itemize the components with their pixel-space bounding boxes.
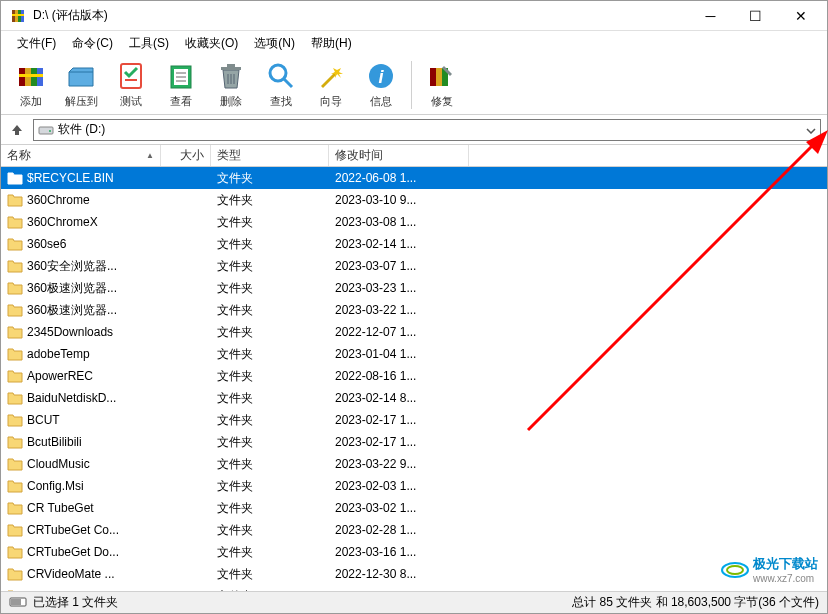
file-row[interactable]: BaiduNetdiskD...文件夹2023-02-14 8... — [1, 387, 827, 409]
path-combobox[interactable]: 软件 (D:) — [33, 119, 821, 141]
file-mtime-cell: 2023-02-17 1... — [329, 413, 469, 427]
column-type[interactable]: 类型 — [211, 145, 329, 166]
svg-point-21 — [270, 65, 286, 81]
menu-options[interactable]: 选项(N) — [246, 33, 303, 54]
view-button[interactable]: 查看 — [157, 57, 205, 113]
menu-help[interactable]: 帮助(H) — [303, 33, 360, 54]
file-type-cell: 文件夹 — [211, 214, 329, 231]
find-label: 查找 — [270, 94, 292, 109]
file-row[interactable]: ApowerREC文件夹2022-08-16 1... — [1, 365, 827, 387]
toolbar-separator — [411, 61, 412, 109]
file-list[interactable]: $RECYCLE.BIN文件夹2022-06-08 1...360Chrome文… — [1, 167, 827, 591]
file-row[interactable]: 360安全浏览器...文件夹2023-03-07 1... — [1, 255, 827, 277]
find-button[interactable]: 查找 — [257, 57, 305, 113]
folder-icon — [7, 237, 23, 251]
file-row[interactable]: 360Chrome文件夹2023-03-10 9... — [1, 189, 827, 211]
file-type-cell: 文件夹 — [211, 258, 329, 275]
file-name: 2345Downloads — [27, 325, 113, 339]
file-type-cell: 文件夹 — [211, 522, 329, 539]
repair-button[interactable]: 修复 — [418, 57, 466, 113]
file-name-cell: Config.Msi — [1, 479, 161, 493]
menu-file[interactable]: 文件(F) — [9, 33, 64, 54]
file-name: CR TubeGet — [27, 501, 94, 515]
info-button[interactable]: i 信息 — [357, 57, 405, 113]
file-mtime-cell: 2023-03-22 9... — [329, 457, 469, 471]
file-row[interactable]: BCUT文件夹2023-02-17 1... — [1, 409, 827, 431]
menu-favorites[interactable]: 收藏夹(O) — [177, 33, 246, 54]
extract-button[interactable]: 解压到 — [57, 57, 105, 113]
file-mtime-cell: 2023-03-02 1... — [329, 501, 469, 515]
file-type-cell: 文件夹 — [211, 368, 329, 385]
file-row[interactable]: CRVideoMate ...文件夹2022-12-30 8... — [1, 563, 827, 585]
file-type-cell: 文件夹 — [211, 390, 329, 407]
add-button[interactable]: 添加 — [7, 57, 55, 113]
path-dropdown-arrow[interactable] — [806, 123, 816, 137]
file-row[interactable]: 360se6文件夹2023-02-14 1... — [1, 233, 827, 255]
file-row[interactable]: CRTubeGet Co...文件夹2023-02-28 1... — [1, 519, 827, 541]
column-size[interactable]: 大小 — [161, 145, 211, 166]
file-type-cell: 文件夹 — [211, 478, 329, 495]
delete-label: 删除 — [220, 94, 242, 109]
file-type-cell: 文件夹 — [211, 192, 329, 209]
column-modified[interactable]: 修改时间 — [329, 145, 469, 166]
add-label: 添加 — [20, 94, 42, 109]
watermark-name: 极光下载站 — [753, 555, 818, 573]
delete-button[interactable]: 删除 — [207, 57, 255, 113]
file-row[interactable]: Config.Msi文件夹2023-02-03 1... — [1, 475, 827, 497]
info-label: 信息 — [370, 94, 392, 109]
test-button[interactable]: 测试 — [107, 57, 155, 113]
add-icon — [15, 60, 47, 92]
file-name: BCUT — [27, 413, 60, 427]
file-row[interactable]: 360ChromeX文件夹2023-03-08 1... — [1, 211, 827, 233]
extract-icon — [65, 60, 97, 92]
repair-label: 修复 — [431, 94, 453, 109]
file-name: 360安全浏览器... — [27, 258, 117, 275]
file-row[interactable]: 2345Downloads文件夹2022-12-07 1... — [1, 321, 827, 343]
folder-icon — [7, 369, 23, 383]
file-name-cell: CRVideoMate ... — [1, 567, 161, 581]
column-name[interactable]: 名称▲ — [1, 145, 161, 166]
folder-icon — [7, 479, 23, 493]
toolbar: 添加 解压到 测试 查看 删除 查找 向导 i 信息 — [1, 55, 827, 115]
folder-icon — [7, 391, 23, 405]
folder-icon — [7, 347, 23, 361]
svg-rect-26 — [436, 68, 442, 86]
svg-point-35 — [727, 566, 743, 574]
file-mtime-cell: 2023-02-28 1... — [329, 523, 469, 537]
file-name-cell: BaiduNetdiskD... — [1, 391, 161, 405]
recycle-folder-icon — [7, 171, 23, 185]
file-row[interactable]: 360极速浏览器...文件夹2023-03-22 1... — [1, 299, 827, 321]
file-row[interactable]: CRTubeGet Do...文件夹2023-03-16 1... — [1, 541, 827, 563]
test-label: 测试 — [120, 94, 142, 109]
status-total: 总计 85 文件夹 和 18,603,500 字节(36 个文件) — [572, 594, 819, 611]
menu-tools[interactable]: 工具(S) — [121, 33, 177, 54]
file-mtime-cell: 2023-01-04 1... — [329, 347, 469, 361]
titlebar: D:\ (评估版本) ─ ☐ ✕ — [1, 1, 827, 31]
svg-rect-28 — [39, 127, 53, 134]
folder-icon — [7, 545, 23, 559]
file-mtime-cell: 2022-12-07 1... — [329, 325, 469, 339]
watermark-url: www.xz7.com — [753, 573, 818, 584]
file-type-cell: 文件夹 — [211, 236, 329, 253]
file-name-cell: 360安全浏览器... — [1, 258, 161, 275]
window-title: D:\ (评估版本) — [33, 7, 688, 24]
file-row[interactable]: CR TubeGet文件夹2023-03-02 1... — [1, 497, 827, 519]
wizard-button[interactable]: 向导 — [307, 57, 355, 113]
folder-icon — [7, 215, 23, 229]
file-row[interactable]: CloudMusic文件夹2023-03-22 9... — [1, 453, 827, 475]
minimize-button[interactable]: ─ — [688, 2, 733, 30]
file-row[interactable]: BcutBilibili文件夹2023-02-17 1... — [1, 431, 827, 453]
close-button[interactable]: ✕ — [778, 2, 823, 30]
file-type-cell: 文件夹 — [211, 412, 329, 429]
folder-icon — [7, 457, 23, 471]
menu-commands[interactable]: 命令(C) — [64, 33, 121, 54]
maximize-button[interactable]: ☐ — [733, 2, 778, 30]
nav-up-button[interactable] — [7, 120, 27, 140]
file-name-cell: BcutBilibili — [1, 435, 161, 449]
file-name-cell: CRTubeGet Do... — [1, 545, 161, 559]
file-row[interactable]: adobeTemp文件夹2023-01-04 1... — [1, 343, 827, 365]
file-row[interactable]: $RECYCLE.BIN文件夹2022-06-08 1... — [1, 167, 827, 189]
file-row[interactable]: 360极速浏览器...文件夹2023-03-23 1... — [1, 277, 827, 299]
watermark-logo-icon — [721, 560, 749, 580]
file-mtime-cell: 2022-08-16 1... — [329, 369, 469, 383]
